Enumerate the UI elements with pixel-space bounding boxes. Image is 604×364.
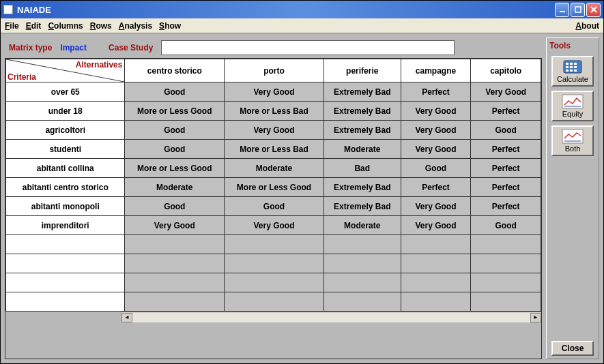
data-cell[interactable]: Extremely Bad [323,197,401,216]
menu-analysis[interactable]: Analysis [119,21,152,31]
data-cell[interactable] [125,235,225,254]
data-cell[interactable]: Good [125,140,225,159]
data-cell[interactable]: Good [471,121,541,140]
data-cell[interactable] [323,254,401,273]
data-cell[interactable]: Perfect [471,178,541,197]
data-cell[interactable]: Perfect [471,140,541,159]
table-row: abitanti collinaMore or Less GoodModerat… [6,159,541,178]
horizontal-scrollbar[interactable]: ◄ ► [121,312,541,322]
row-head[interactable]: imprenditori [6,216,125,235]
scroll-track[interactable] [132,313,530,322]
row-head[interactable] [6,235,125,254]
data-cell[interactable] [401,273,471,292]
data-cell[interactable]: Good [125,197,225,216]
data-cell[interactable]: Extremely Bad [323,82,401,102]
data-cell[interactable] [323,235,401,254]
data-cell[interactable] [401,235,471,254]
data-cell[interactable]: Very Good [401,121,471,140]
data-cell[interactable] [125,273,225,292]
menu-about[interactable]: About [575,21,599,31]
scroll-right-arrow[interactable]: ► [530,313,541,322]
menu-edit[interactable]: Edit [26,21,42,31]
col-head-4[interactable]: capitolo [471,59,541,82]
data-cell[interactable]: Bad [323,159,401,178]
row-head[interactable]: abitanti centro storico [6,178,125,197]
col-head-1[interactable]: porto [225,59,324,82]
data-cell[interactable]: Moderate [225,159,324,178]
data-cell[interactable]: Perfect [401,178,471,197]
row-head[interactable] [6,273,125,292]
data-cell[interactable] [401,254,471,273]
data-cell[interactable]: Perfect [401,82,471,102]
data-cell[interactable]: Good [125,121,225,140]
case-study-input[interactable] [161,40,455,55]
data-cell[interactable]: More or Less Good [125,159,225,178]
data-cell[interactable] [471,273,541,292]
row-head[interactable]: under 18 [6,102,125,121]
data-cell[interactable]: Very Good [401,216,471,235]
data-cell[interactable] [401,292,471,312]
data-cell[interactable] [225,273,324,292]
calculate-button[interactable]: Calculate [551,56,594,87]
row-head[interactable]: abitanti collina [6,159,125,178]
data-cell[interactable] [125,292,225,312]
data-cell[interactable]: More or Less Bad [225,140,324,159]
data-cell[interactable]: Very Good [225,82,324,102]
data-cell[interactable]: Very Good [401,102,471,121]
data-cell[interactable] [225,235,324,254]
data-cell[interactable]: More or Less Bad [225,102,324,121]
minimize-button[interactable] [555,3,569,17]
maximize-button[interactable] [571,3,585,17]
row-head[interactable] [6,254,125,273]
col-head-3[interactable]: campagne [401,59,471,82]
data-cell[interactable]: Extremely Bad [323,178,401,197]
row-head[interactable]: over 65 [6,82,125,102]
matrix-type-value[interactable]: Impact [60,43,87,52]
data-cell[interactable]: Perfect [471,197,541,216]
data-cell[interactable]: Very Good [401,140,471,159]
corner-alt-label: Alternatives [76,60,123,70]
data-cell[interactable]: Good [401,159,471,178]
both-button[interactable]: Both [551,125,594,156]
data-cell[interactable] [225,292,324,312]
row-head[interactable]: agricoltori [6,121,125,140]
data-cell[interactable] [471,235,541,254]
data-cell[interactable] [225,254,324,273]
data-cell[interactable]: Moderate [323,140,401,159]
data-cell[interactable]: Extremely Bad [323,102,401,121]
data-cell[interactable]: Perfect [471,159,541,178]
data-cell[interactable]: More or Less Good [125,102,225,121]
row-head[interactable]: studenti [6,140,125,159]
data-cell[interactable] [125,254,225,273]
data-cell[interactable]: More or Less Good [225,178,324,197]
scroll-left-arrow[interactable]: ◄ [121,313,132,322]
col-head-0[interactable]: centro storico [125,59,225,82]
data-cell[interactable]: Very Good [471,82,541,102]
menu-file[interactable]: File [5,21,19,31]
data-cell[interactable]: Good [125,82,225,102]
data-cell[interactable]: Good [471,216,541,235]
menu-show[interactable]: Show [159,21,181,31]
titlebar[interactable]: NAIADE [1,1,603,18]
close-window-button[interactable] [586,3,601,17]
data-cell[interactable] [323,292,401,312]
row-head[interactable]: abitanti monopoli [6,197,125,216]
data-cell[interactable]: Moderate [323,216,401,235]
data-cell[interactable]: Very Good [225,121,324,140]
equity-button[interactable]: Equity [551,91,594,121]
row-head[interactable] [6,292,125,312]
data-cell[interactable] [471,292,541,312]
close-button[interactable]: Close [551,341,594,356]
data-cell[interactable]: Very Good [401,197,471,216]
data-cell[interactable]: Very Good [125,216,225,235]
data-cell[interactable] [471,254,541,273]
menu-columns[interactable]: Columns [48,21,83,31]
col-head-2[interactable]: periferie [323,59,401,82]
data-cell[interactable]: Very Good [225,216,324,235]
data-cell[interactable]: Perfect [471,102,541,121]
data-cell[interactable]: Moderate [125,178,225,197]
data-cell[interactable] [323,273,401,292]
menu-rows[interactable]: Rows [90,21,112,31]
data-cell[interactable]: Extremely Bad [323,121,401,140]
data-cell[interactable]: Good [225,197,324,216]
